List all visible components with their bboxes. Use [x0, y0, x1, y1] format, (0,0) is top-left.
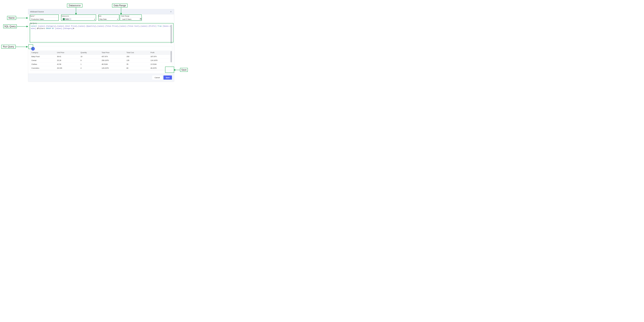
annotation-save: Save — [180, 68, 188, 72]
table-header-row: Category Unit Price Quantity Total Price… — [30, 50, 172, 55]
sql-label: Sql Query — [30, 22, 172, 24]
datasource-select[interactable]: x Sales × ▴▾ — [61, 17, 96, 21]
svg-marker-7 — [26, 26, 28, 27]
svg-marker-5 — [26, 17, 28, 19]
annotation-run-query: Run Query — [1, 45, 16, 49]
table-row: Baby Food 38.41 10 437.874 250 187.874 — [30, 55, 172, 58]
col-header[interactable]: Unit Price — [56, 50, 79, 55]
col-header[interactable]: Total Cost — [125, 50, 149, 55]
table-row: Clothes 42.56 1 48.5184 35 13.5184 — [30, 62, 172, 66]
daterange-input[interactable]: Last 5 Years — [121, 17, 143, 21]
chip-remove-icon[interactable]: × — [70, 18, 71, 20]
required-asterisk: * — [34, 15, 35, 17]
col-header[interactable]: Total Price — [100, 50, 125, 55]
play-icon — [32, 48, 34, 49]
daterange-label: Date Range — [121, 15, 143, 17]
calendar-icon[interactable] — [140, 18, 142, 20]
chevron-up-down-icon[interactable]: ▴▾ — [94, 18, 95, 20]
dialog-title: Infoboard Source — [30, 11, 44, 13]
form-row: Name* Production Sales Datasource x Sale… — [30, 15, 172, 21]
annotation-data-range: Data Range — [112, 3, 128, 7]
sql-group: Sql Query select [sales].[Category],[sal… — [30, 22, 172, 44]
table-row: Cosmetics 28.335 4 129.2076 80 49.2076 — [30, 66, 172, 70]
run-query-button[interactable] — [31, 47, 35, 50]
datasource-label: Datasource — [61, 15, 96, 17]
datasource-chip[interactable]: x Sales × — [62, 18, 72, 20]
field-date-group: Date Ship Date ▴▾ — [98, 15, 119, 21]
name-input[interactable]: Production Sales — [30, 17, 59, 21]
annotation-sql-query: SQL Query — [3, 24, 17, 28]
cancel-button[interactable]: Cancel — [152, 75, 162, 80]
date-label: Date — [98, 15, 119, 17]
field-name-group: Name* Production Sales — [30, 15, 59, 21]
infoboard-source-dialog: Infoboard Source × Name* Production Sale… — [28, 9, 174, 82]
arrow-icon — [16, 17, 28, 19]
scrollbar[interactable] — [170, 25, 172, 43]
annotation-datasource: Datasource — [67, 3, 82, 7]
close-icon[interactable]: × — [170, 10, 172, 13]
sql-editor[interactable]: select [sales].[Category],[sales].[Unit … — [30, 24, 172, 44]
field-daterange-group: Date Range Last 5 Years — [121, 15, 143, 21]
svg-marker-9 — [26, 46, 28, 48]
results-table: Category Unit Price Quantity Total Price… — [30, 50, 172, 70]
dialog-footer: Cancel Save — [28, 74, 174, 81]
annotation-name: Name — [7, 16, 16, 20]
name-label: Name* — [30, 15, 59, 17]
col-header[interactable]: Quantity — [79, 50, 100, 55]
field-datasource-group: Datasource x Sales × ▴▾ — [61, 15, 96, 21]
dialog-header: Infoboard Source × — [28, 9, 174, 14]
arrow-icon — [16, 45, 28, 48]
col-header[interactable]: Profit — [149, 50, 172, 55]
col-header[interactable]: Category — [30, 50, 56, 55]
date-select[interactable]: Ship Date ▴▾ — [98, 17, 119, 21]
scrollbar[interactable] — [170, 51, 172, 62]
dialog-body: Name* Production Sales Datasource x Sale… — [28, 14, 174, 72]
arrow-icon — [17, 25, 28, 28]
excel-icon: x — [63, 18, 65, 20]
results-toolbar — [30, 46, 172, 50]
table-row: Cereal 25.26 9 259.1676 135 124.1676 — [30, 58, 172, 62]
save-button[interactable]: Save — [164, 75, 172, 80]
results-table-wrap: Category Unit Price Quantity Total Price… — [30, 50, 172, 70]
chevron-up-down-icon[interactable]: ▴▾ — [117, 18, 118, 20]
arrow-icon — [174, 69, 180, 71]
